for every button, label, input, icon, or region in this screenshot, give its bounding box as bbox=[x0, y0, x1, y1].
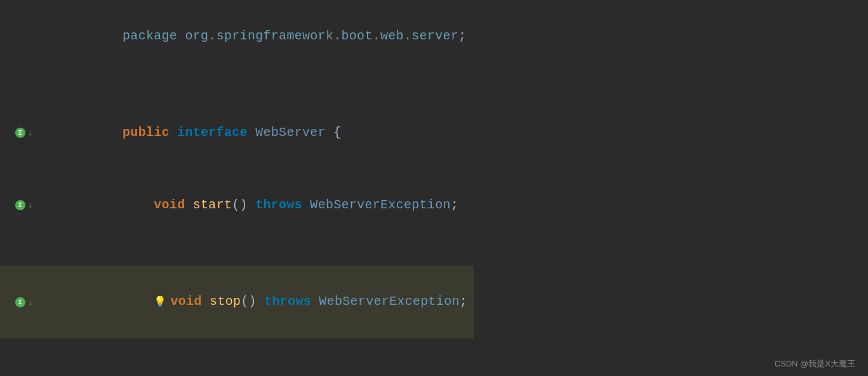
parens: () bbox=[241, 294, 257, 309]
line-content: 💡void stop() throws WebServerException; bbox=[38, 265, 474, 339]
code-line: void start() throws WebServerException; bbox=[38, 169, 465, 241]
kw-interface: interface bbox=[177, 125, 248, 140]
code-line: int getPort(); bbox=[38, 363, 269, 376]
editor-container: package org.springframework.boot.web.ser… bbox=[0, 0, 868, 376]
parens: () bbox=[232, 198, 248, 212]
gutter-line-highlighted: I ↓ bbox=[0, 265, 38, 339]
kw-void: void bbox=[154, 198, 185, 212]
code-line-highlighted: 💡void stop() throws WebServerException; bbox=[38, 265, 474, 339]
table-row: I ↓ void start() throws WebServerExcepti… bbox=[0, 169, 868, 241]
line-content: int getPort(); bbox=[38, 363, 269, 376]
class-wse: WebServerException bbox=[310, 198, 450, 212]
class-webserver: WebServer bbox=[255, 125, 326, 140]
table-row: package org.springframework.boot.web.ser… bbox=[0, 0, 868, 72]
gutter-icon-interface: I bbox=[15, 128, 25, 138]
kw-public: public bbox=[123, 125, 170, 140]
gutter-icon-stop: I bbox=[15, 297, 25, 307]
warning-icon[interactable]: 💡 bbox=[154, 297, 166, 308]
fn-start: start bbox=[193, 198, 232, 212]
table-row: I ↓ int getPort(); bbox=[0, 363, 868, 376]
gutter-line-blank bbox=[0, 241, 38, 265]
package-path: org.springframework.boot.web.server bbox=[185, 29, 458, 43]
gutter-arrow[interactable]: ↓ bbox=[28, 200, 33, 210]
code-line: public interface WebServer { bbox=[38, 97, 348, 169]
table-row bbox=[0, 72, 868, 97]
code-area[interactable]: package org.springframework.boot.web.ser… bbox=[0, 0, 868, 376]
table-row bbox=[0, 241, 868, 265]
table-row bbox=[0, 339, 868, 363]
table-row: I ↓ 💡void stop() throws WebServerExcepti… bbox=[0, 265, 868, 339]
line-content: public interface WebServer { bbox=[38, 97, 348, 169]
gutter-line: I ↓ bbox=[0, 169, 38, 241]
keyword-package: package bbox=[123, 29, 177, 43]
open-brace: { bbox=[333, 125, 341, 140]
line-content: package org.springframework.boot.web.ser… bbox=[38, 0, 472, 72]
gutter-arrow[interactable]: ↓ bbox=[28, 128, 33, 138]
class-wse: WebServerException bbox=[319, 294, 459, 309]
gutter-line-blank bbox=[0, 339, 38, 363]
fn-stop: stop bbox=[210, 294, 241, 309]
kw-throws: throws bbox=[255, 198, 302, 212]
gutter-line: I ↓ bbox=[0, 97, 38, 169]
semi: ; bbox=[460, 294, 467, 309]
line-content: void start() throws WebServerException; bbox=[38, 169, 465, 241]
table-row: I ↓ public interface WebServer { bbox=[0, 97, 868, 169]
gutter-icon-start: I bbox=[15, 200, 25, 210]
watermark: CSDN @我是X大魔王 bbox=[775, 358, 855, 370]
gutter-arrow[interactable]: ↓ bbox=[28, 297, 33, 307]
code-line: package org.springframework.boot.web.ser… bbox=[38, 0, 472, 72]
gutter-line-blank bbox=[0, 72, 38, 97]
semi: ; bbox=[451, 198, 458, 212]
kw-throws: throws bbox=[264, 294, 311, 309]
kw-void: void bbox=[171, 294, 202, 309]
semicolon: ; bbox=[458, 29, 466, 43]
gutter-line bbox=[0, 0, 38, 72]
gutter-line: I ↓ bbox=[0, 363, 38, 376]
